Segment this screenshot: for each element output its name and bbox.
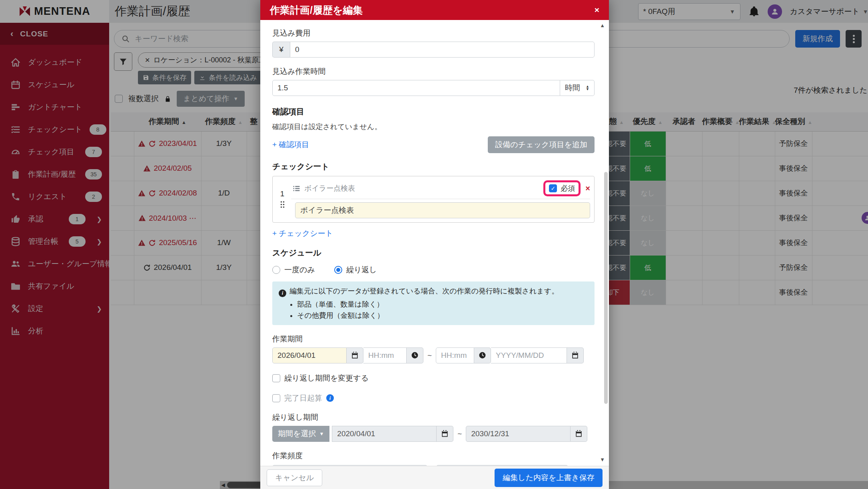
cancel-button[interactable]: キャンセル xyxy=(267,469,322,486)
schedule-section-label: スケジュール xyxy=(272,247,595,258)
repeat-radio[interactable] xyxy=(334,266,342,274)
info-icon[interactable]: i xyxy=(326,394,334,402)
frequency-unit-select[interactable]: 年 ▲▼ xyxy=(436,465,568,466)
estimated-time-label: 見込み作業時間 xyxy=(272,66,595,77)
modal-body: 見込み費用 ¥ 0 見込み作業時間 1.5 時間 ▲▼ 確認項目 確認項目は設定… xyxy=(260,20,609,466)
checksheet-index: 1 xyxy=(280,190,285,198)
schedule-type-radios: 一度のみ 繰り返し xyxy=(272,265,595,275)
change-repeat-period-row: 繰り返し期間を変更する xyxy=(272,373,595,383)
change-repeat-period-checkbox[interactable] xyxy=(272,374,280,382)
modal-scrollbar-thumb[interactable] xyxy=(604,172,608,404)
updown-icon: ▲▼ xyxy=(582,85,589,91)
modal-scroll-down-icon[interactable]: ▼ xyxy=(600,457,605,463)
required-checkbox[interactable]: ✓ xyxy=(549,184,557,192)
add-checksheet-row: + チェックシート xyxy=(272,228,595,239)
completion-basis-label: 完了日起算 xyxy=(284,393,322,403)
time-unit-value: 時間 xyxy=(565,83,580,93)
end-date-calendar-button[interactable] xyxy=(567,347,584,363)
select-period-button[interactable]: 期間を選択 ▼ xyxy=(272,426,329,442)
repeat-period-label: 繰り返し期間 xyxy=(272,412,595,423)
repeat-start-date-input[interactable]: 2020/04/01 xyxy=(332,426,437,442)
save-button[interactable]: 編集した内容を上書き保存 xyxy=(495,469,603,487)
frequency-label: 作業頻度 xyxy=(272,451,595,461)
once-radio[interactable] xyxy=(272,266,280,274)
repeat-end-date-input[interactable]: 2030/12/31 xyxy=(466,426,571,442)
frequency-value-input[interactable]: 3 xyxy=(272,465,427,466)
info-list-item: その他費用（金額は除く） xyxy=(297,311,588,320)
completion-basis-row: 完了日起算 i xyxy=(272,393,595,403)
estimated-cost-group: ¥ 0 xyxy=(272,42,595,58)
estimated-cost-input[interactable]: 0 xyxy=(290,42,595,58)
checksheet-section-label: チェックシート xyxy=(272,161,595,172)
checksheet-content: ボイラー点検表 ✓ 必須 × ボイラー点検表 xyxy=(291,180,590,218)
repeat-end-calendar-button[interactable] xyxy=(571,426,587,442)
estimated-cost-label: 見込み費用 xyxy=(272,28,595,38)
change-repeat-period-label: 繰り返し期間を変更する xyxy=(284,373,369,383)
modal-scroll-up-icon[interactable]: ▲ xyxy=(600,22,605,28)
info-list-item: 部品（単価、数量は除く） xyxy=(297,299,588,309)
work-period-label: 作業期間 xyxy=(272,334,595,344)
info-list: 部品（単価、数量は除く） その他費用（金額は除く） xyxy=(297,299,588,320)
calendar-icon xyxy=(351,351,359,359)
schedule-info-box: i編集元に以下のデータが登録されている場合、次の作業の発行時に複製されます。 部… xyxy=(272,281,595,325)
check-items-empty-text: 確認項目は設定されていません。 xyxy=(272,122,595,132)
modal-footer: キャンセル 編集した内容を上書き保存 xyxy=(260,466,609,489)
repeat-start-calendar-button[interactable] xyxy=(437,426,453,442)
info-icon: i xyxy=(279,289,286,297)
check-items-section-label: 確認項目 xyxy=(272,106,595,117)
checksheet-title-row: ボイラー点検表 ✓ 必須 × xyxy=(291,180,590,199)
clock-icon xyxy=(479,351,486,359)
start-time-clock-button[interactable] xyxy=(407,347,423,363)
period-tilde: ~ xyxy=(423,351,436,360)
add-check-item-link[interactable]: + 確認項目 xyxy=(272,140,309,150)
clock-icon xyxy=(411,351,419,359)
check-items-actions: + 確認項目 設備のチェック項目を追加 xyxy=(272,136,595,153)
end-date-input[interactable]: YYYY/MM/DD xyxy=(491,347,567,363)
drag-handle-icon xyxy=(280,201,285,208)
repeat-period-row: 期間を選択 ▼ 2020/04/01 ~ 2030/12/31 xyxy=(272,426,595,442)
start-date-input[interactable]: 2026/04/01 xyxy=(272,347,347,363)
checksheet-name-input[interactable]: ボイラー点検表 xyxy=(295,202,590,218)
time-unit-select[interactable]: 時間 ▲▼ xyxy=(560,80,595,96)
yen-prefix: ¥ xyxy=(272,42,290,58)
checksheet-handle[interactable]: 1 xyxy=(273,180,291,218)
repeat-period-tilde: ~ xyxy=(453,429,466,438)
list-icon xyxy=(293,185,300,192)
add-checksheet-link[interactable]: + チェックシート xyxy=(272,229,333,238)
required-highlight: ✓ 必須 xyxy=(543,180,581,196)
end-time-clock-button[interactable] xyxy=(474,347,491,363)
frequency-row: 3 年 ▲▼ ごと xyxy=(272,465,595,466)
checksheet-item: 1 ボイラー点検表 ✓ 必須 xyxy=(272,176,595,223)
repeat-label: 繰り返し xyxy=(346,265,377,275)
checksheet-name: ボイラー点検表 xyxy=(304,184,355,193)
modal-header: 作業計画/履歴を編集 × xyxy=(260,0,609,20)
calendar-icon xyxy=(575,430,583,437)
start-date-calendar-button[interactable] xyxy=(347,347,363,363)
close-icon[interactable]: × xyxy=(595,5,599,15)
add-equipment-check-item-button[interactable]: 設備のチェック項目を追加 xyxy=(488,136,595,153)
select-period-label: 期間を選択 xyxy=(278,429,316,439)
required-label: 必須 xyxy=(561,184,575,193)
chevron-down-icon: ▼ xyxy=(319,431,324,437)
work-period-row: 2026/04/01 HH:mm ~ HH:mm YYYY/MM/DD xyxy=(272,347,595,363)
start-time-input[interactable]: HH:mm xyxy=(363,347,407,363)
once-label: 一度のみ xyxy=(284,265,315,275)
estimated-time-input[interactable]: 1.5 xyxy=(272,80,560,96)
estimated-time-row: 1.5 時間 ▲▼ xyxy=(272,80,595,96)
remove-checksheet-icon[interactable]: × xyxy=(585,184,590,193)
modal-title: 作業計画/履歴を編集 xyxy=(270,4,363,17)
end-time-input[interactable]: HH:mm xyxy=(436,347,474,363)
calendar-icon xyxy=(441,430,449,437)
completion-basis-checkbox[interactable] xyxy=(272,394,280,402)
calendar-icon xyxy=(571,351,579,359)
info-text: 編集元に以下のデータが登録されている場合、次の作業の発行時に複製されます。 xyxy=(289,287,559,295)
edit-work-plan-modal: 作業計画/履歴を編集 × 見込み費用 ¥ 0 見込み作業時間 1.5 時間 ▲▼… xyxy=(260,0,609,489)
